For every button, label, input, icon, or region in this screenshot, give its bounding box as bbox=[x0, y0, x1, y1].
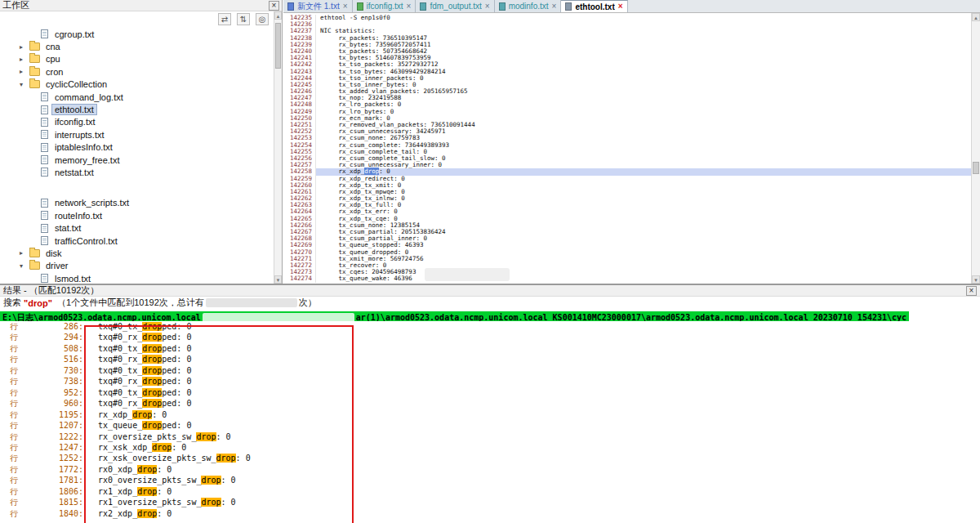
workspace-panel-header: 工作区 × bbox=[0, 0, 282, 11]
row-text: txq#0_rx_dropped: 0 bbox=[98, 376, 191, 387]
tree-item-routeInfo.txt[interactable]: routeInfo.txt bbox=[0, 209, 274, 221]
editor-tab-fdmoutput.txt[interactable]: fdm_output.txt× bbox=[416, 0, 494, 12]
chevron-down-icon[interactable]: ▾ bbox=[20, 81, 29, 88]
tree-item-memory_free.txt[interactable]: memory_free.txt bbox=[0, 154, 274, 166]
scrollbar-thumb[interactable] bbox=[973, 162, 979, 174]
chevron-right-icon[interactable]: ▸ bbox=[20, 249, 29, 257]
tree-item-cgroup.txt[interactable]: cgroup.txt bbox=[0, 28, 274, 40]
tree-item-stat.txt[interactable]: stat.txt bbox=[0, 221, 274, 234]
search-result-row[interactable]: 行738:txq#0_rx_dropped: 0 bbox=[0, 376, 980, 387]
tree-item-label: cna bbox=[43, 42, 63, 51]
tree-item-ethtool.txt[interactable]: ethtool.txt bbox=[0, 103, 274, 115]
row-line-label: 行 bbox=[10, 398, 23, 409]
file-icon bbox=[41, 168, 48, 177]
tab-close-icon[interactable]: × bbox=[407, 2, 412, 11]
tree-item-netstat.txt[interactable]: netstat.txt bbox=[0, 166, 274, 178]
line-text: rx_xdp_drop: 0 bbox=[316, 168, 971, 175]
search-query: "drop" bbox=[24, 298, 52, 308]
tab-close-icon[interactable]: × bbox=[343, 2, 348, 11]
row-text: txq#0_rx_dropped: 0 bbox=[98, 354, 191, 364]
tree-item-label: disk bbox=[43, 248, 65, 258]
row-text: txq#0_tx_dropped: 0 bbox=[98, 387, 191, 398]
row-text: rx_xsk_xdp_drop: 0 bbox=[98, 442, 186, 453]
chevron-right-icon[interactable]: ▸ bbox=[20, 68, 29, 75]
row-line-number: 1252: bbox=[23, 453, 83, 463]
matched-word: drop bbox=[152, 443, 172, 452]
editor-tab-ifconfig.txt[interactable]: ifconfig.txt× bbox=[353, 0, 416, 12]
editor-tab-1.txt[interactable]: 新文件 1.txt× bbox=[283, 0, 353, 12]
tree-item-cna[interactable]: ▸cna bbox=[0, 40, 274, 52]
scroll-up-icon[interactable]: ▲ bbox=[274, 11, 282, 20]
tab-close-icon[interactable]: × bbox=[485, 2, 490, 11]
search-result-row[interactable]: 行730:txq#0_tx_dropped: 0 bbox=[0, 365, 980, 376]
line-text: tx_xmit_more: 569724756 bbox=[316, 256, 971, 262]
tree-item-network_scripts.txt[interactable]: network_scripts.txt bbox=[0, 197, 274, 209]
search-result-row[interactable]: 行508:txq#0_tx_dropped: 0 bbox=[0, 343, 980, 354]
workspace-close-icon[interactable]: × bbox=[269, 1, 279, 11]
summary-text: 搜索 bbox=[3, 297, 24, 309]
file-icon bbox=[41, 155, 48, 164]
scrollbar-thumb[interactable] bbox=[275, 23, 281, 69]
tree-item-cron[interactable]: ▸cron bbox=[0, 65, 274, 78]
search-result-row[interactable]: 行1207:tx_queue_dropped: 0 bbox=[0, 420, 980, 431]
tree-item-iptablesInfo.txt[interactable]: iptablesInfo.txt bbox=[0, 141, 274, 154]
chevron-down-icon[interactable]: ▾ bbox=[20, 262, 29, 270]
file-icon bbox=[41, 236, 48, 245]
refresh-folders-icon[interactable]: ⇅ bbox=[237, 13, 250, 25]
search-result-row[interactable]: 行1222:rx_oversize_pkts_sw_drop: 0 bbox=[0, 431, 980, 442]
row-text: txq#0_tx_dropped: 0 bbox=[98, 321, 191, 332]
search-result-row[interactable]: 行1806:rx1_xdp_drop: 0 bbox=[0, 486, 980, 497]
editor-tab-modinfo.txt[interactable]: modinfo.txt× bbox=[495, 0, 562, 12]
search-result-row[interactable]: 行294:txq#0_rx_dropped: 0 bbox=[0, 332, 980, 342]
search-result-row[interactable]: 行286:txq#0_tx_dropped: 0 bbox=[0, 321, 980, 332]
tree-item-disk[interactable]: ▸disk bbox=[0, 247, 274, 259]
editor-scrollbar[interactable]: ▲ ▼ bbox=[971, 13, 980, 284]
line-text: tx_queue_stopped: 46393 bbox=[316, 242, 971, 248]
search-result-row[interactable]: 行1247:rx_xsk_xdp_drop: 0 bbox=[0, 442, 980, 453]
tree-item-cyclicCollection[interactable]: ▾cyclicCollection bbox=[0, 78, 274, 91]
search-result-row[interactable]: 行1840:rx2_xdp_drop: 0 bbox=[0, 508, 980, 519]
matched-word: drop bbox=[142, 421, 162, 430]
search-result-row[interactable]: 行1815:rx1_oversize_pkts_sw_drop: 0 bbox=[0, 497, 980, 507]
line-text: rx_xdp_redirect: 0 bbox=[316, 176, 971, 182]
search-result-row[interactable]: 行1781:rx0_oversize_pkts_sw_drop: 0 bbox=[0, 475, 980, 485]
search-result-row[interactable]: 行516:txq#0_rx_dropped: 0 bbox=[0, 354, 980, 364]
search-result-row[interactable]: 行1772:rx0_xdp_drop: 0 bbox=[0, 464, 980, 475]
search-result-row[interactable]: 行1252:rx_xsk_oversize_pkts_sw_drop: 0 bbox=[0, 453, 980, 463]
tree-item-cpu[interactable]: ▸cpu bbox=[0, 53, 274, 65]
scroll-down-icon[interactable]: ▼ bbox=[274, 275, 282, 284]
line-text: tx_queue_wake: 46396 bbox=[316, 275, 971, 282]
row-line-number: 1772: bbox=[23, 464, 83, 475]
search-result-row[interactable]: 行952:txq#0_tx_dropped: 0 bbox=[0, 387, 980, 398]
row-line-number: 1781: bbox=[23, 475, 83, 485]
sync-folders-icon[interactable]: ⇄ bbox=[218, 13, 231, 25]
search-result-row[interactable]: 行1195:rx_xdp_drop: 0 bbox=[0, 409, 980, 420]
editor-text-area[interactable]: 142235ethtool -S enp1s0f0142236142237NIC… bbox=[283, 13, 971, 284]
tree-item-command_log.txt[interactable]: command_log.txt bbox=[0, 91, 274, 103]
scroll-down-icon[interactable]: ▼ bbox=[972, 275, 980, 284]
line-text: rx_csum_unnecessary_inner: 0 bbox=[316, 162, 971, 168]
tree-item-lsmod.txt[interactable]: lsmod.txt bbox=[0, 272, 274, 284]
editor-tab-ethtool.txt[interactable]: ethtool.txt× bbox=[561, 0, 627, 12]
tree-item-interrupts.txt[interactable]: interrupts.txt bbox=[0, 128, 274, 141]
file-icon bbox=[41, 211, 48, 220]
results-close-icon[interactable]: × bbox=[966, 286, 977, 296]
search-result-row[interactable]: 行960:txq#0_rx_dropped: 0 bbox=[0, 398, 980, 409]
tab-close-icon[interactable]: × bbox=[618, 2, 623, 11]
result-file-path[interactable]: E:\日志\armod0523.odata.ncmp.unicom.locala… bbox=[0, 311, 909, 321]
editor-line: 142235ethtool -S enp1s0f0 bbox=[283, 15, 971, 21]
locate-file-icon[interactable]: ◎ bbox=[256, 13, 269, 25]
row-line-number: 738: bbox=[23, 376, 83, 387]
chevron-right-icon[interactable]: ▸ bbox=[20, 56, 29, 63]
tree-item-ifconfig.txt[interactable]: ifconfig.txt bbox=[0, 116, 274, 128]
scroll-up-icon[interactable]: ▲ bbox=[972, 13, 980, 21]
chevron-right-icon[interactable]: ▸ bbox=[20, 43, 29, 51]
tree-item-trafficControl.txt[interactable]: trafficControl.txt bbox=[0, 235, 274, 247]
workspace-tree-scrollbar[interactable]: ▲ ▼ bbox=[274, 11, 282, 284]
matched-word: drop bbox=[137, 487, 157, 496]
tab-close-icon[interactable]: × bbox=[552, 2, 557, 11]
row-text: rx2_xdp_drop: 0 bbox=[98, 508, 172, 519]
tree-item-driver[interactable]: ▾driver bbox=[0, 260, 274, 272]
matched-word: drop bbox=[132, 410, 152, 419]
tree-item-label: cron bbox=[43, 67, 65, 77]
